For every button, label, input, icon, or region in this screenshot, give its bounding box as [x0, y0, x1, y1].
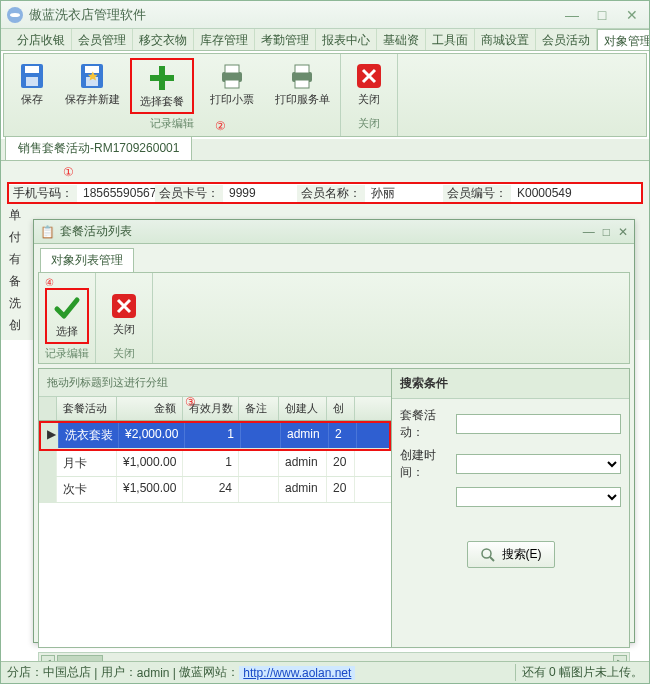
annotation-three: ③ [185, 395, 196, 410]
search-title: 搜索条件 [392, 369, 629, 399]
save-new-button[interactable]: 保存并新建 [60, 58, 124, 114]
search-panel: 搜索条件 套餐活动： 创建时间： 搜索(E) [392, 368, 630, 648]
svg-line-18 [490, 557, 494, 561]
floppy-icon [16, 60, 48, 92]
plus-icon [146, 62, 178, 94]
search-date-to[interactable] [456, 487, 621, 507]
printer-icon [216, 60, 248, 92]
search-icon [480, 547, 496, 563]
name-label: 会员名称： [297, 185, 365, 202]
floppy-star-icon [76, 60, 108, 92]
grid-col-4[interactable]: 创建人 [279, 397, 327, 420]
popup-close-label: 关闭 [113, 322, 135, 337]
popup-group-close-label: 关闭 [102, 346, 146, 361]
menu-item-7[interactable]: 工具面 [426, 29, 475, 50]
document-tabs: 销售套餐活动-RM1709260001 [1, 139, 649, 161]
grid-header: 套餐活动金额有效月数备注创建人创 [39, 397, 391, 421]
ribbon-group-label: 关闭 [347, 116, 391, 131]
popup-group-edit-label: 记录编辑 [45, 346, 89, 361]
svg-rect-4 [85, 66, 99, 73]
status-site-label: 傲蓝网站： [179, 664, 239, 681]
grid-group-hint: 拖动列标题到这进行分组 [39, 369, 391, 397]
no-label: 会员编号： [443, 185, 511, 202]
annotation-one: ① [63, 165, 643, 180]
popup-minimize-icon[interactable]: — [583, 225, 595, 239]
popup-icon: 📋 [40, 225, 54, 239]
svg-rect-11 [225, 80, 239, 88]
grid-row-selector-header [39, 397, 57, 420]
status-branch: 中国总店 [43, 664, 91, 681]
menu-item-10[interactable]: 对象管理 [597, 29, 650, 50]
popup-tab[interactable]: 对象列表管理 [40, 248, 134, 272]
member-highlight-row: 手机号码： 18565590567 会员卡号： 9999 会员名称： 孙丽 会员… [7, 182, 643, 204]
svg-rect-1 [25, 66, 39, 73]
ribbon: 保存保存并新建选择套餐打印小票打印服务单记录编辑②关闭关闭 [3, 53, 647, 137]
status-branch-label: 分店： [7, 664, 43, 681]
status-user-label: 用户： [101, 664, 137, 681]
app-logo-icon [7, 7, 23, 23]
status-user: admin [137, 666, 170, 680]
grid-col-5[interactable]: 创 [327, 397, 355, 420]
menu-item-0[interactable]: 分店收银 [11, 29, 72, 50]
select-package-button[interactable]: 选择套餐 [130, 58, 194, 114]
table-row[interactable]: 月卡¥1,000.001admin20 [39, 451, 391, 477]
table-row[interactable]: 次卡¥1,500.0024admin20 [39, 477, 391, 503]
minimize-icon[interactable]: — [561, 7, 583, 23]
menu-item-3[interactable]: 库存管理 [194, 29, 255, 50]
close-button[interactable]: 关闭 [347, 58, 391, 114]
annotation-four: ④ [45, 277, 89, 288]
document-tab[interactable]: 销售套餐活动-RM1709260001 [5, 136, 192, 160]
titlebar: 傲蓝洗衣店管理软件 — □ ✕ [1, 1, 649, 29]
popup-maximize-icon[interactable]: □ [603, 225, 610, 239]
maximize-icon[interactable]: □ [591, 7, 613, 23]
close-red-icon [353, 60, 385, 92]
status-right: 还有 0 幅图片未上传。 [515, 664, 643, 681]
svg-rect-8 [150, 75, 174, 81]
svg-rect-14 [295, 80, 309, 88]
window-title: 傲蓝洗衣店管理软件 [29, 6, 561, 24]
printer-icon [286, 60, 318, 92]
popup-close-button[interactable]: 关闭 [102, 288, 146, 344]
selected-row-highlight: ▶洗衣套装¥2,000.001admin2 [39, 421, 391, 451]
menu-item-1[interactable]: 会员管理 [72, 29, 133, 50]
save-button[interactable]: 保存 [10, 58, 54, 114]
print-service-button[interactable]: 打印服务单 [270, 58, 334, 114]
check-icon [51, 292, 83, 324]
card-label: 会员卡号： [155, 185, 223, 202]
grid-col-0[interactable]: 套餐活动 [57, 397, 117, 420]
statusbar: 分店： 中国总店 | 用户： admin | 傲蓝网站： http://www.… [1, 661, 649, 683]
search-activity-input[interactable] [456, 414, 621, 434]
table-row[interactable]: ▶洗衣套装¥2,000.001admin2 [41, 423, 389, 449]
popup-title: 套餐活动列表 [60, 223, 583, 240]
close-red-icon [108, 290, 140, 322]
menu-item-9[interactable]: 会员活动 [536, 29, 597, 50]
popup-select-button[interactable]: 选择 [45, 288, 89, 344]
menu-item-4[interactable]: 考勤管理 [255, 29, 316, 50]
svg-rect-10 [225, 65, 239, 73]
grid-col-3[interactable]: 备注 [239, 397, 279, 420]
status-site-link[interactable]: http://www.aolan.net [239, 666, 355, 680]
close-icon[interactable]: ✕ [621, 7, 643, 23]
grid-col-1[interactable]: 金额 [117, 397, 183, 420]
name-value: 孙丽 [365, 185, 443, 202]
search-activity-label: 套餐活动： [400, 407, 456, 441]
print-ticket-button[interactable]: 打印小票 [200, 58, 264, 114]
svg-rect-2 [26, 77, 38, 86]
menu-item-8[interactable]: 商城设置 [475, 29, 536, 50]
card-value[interactable]: 9999 [223, 186, 297, 200]
popup-close-icon[interactable]: ✕ [618, 225, 628, 239]
search-button-label: 搜索(E) [502, 546, 542, 563]
popup-window: 📋 套餐活动列表 — □ ✕ 对象列表管理 ④ 选择 记录编辑 关闭 [33, 219, 635, 643]
menu-item-2[interactable]: 移交衣物 [133, 29, 194, 50]
svg-point-17 [482, 549, 491, 558]
menubar: 分店收银会员管理移交衣物库存管理考勤管理报表中心基础资工具面商城设置会员活动对象… [1, 29, 649, 51]
menu-item-5[interactable]: 报表中心 [316, 29, 377, 50]
search-button[interactable]: 搜索(E) [467, 541, 555, 568]
phone-label: 手机号码： [9, 185, 77, 202]
search-date-from[interactable] [456, 454, 621, 474]
search-date-label: 创建时间： [400, 447, 456, 481]
popup-select-label: 选择 [56, 324, 78, 339]
phone-value[interactable]: 18565590567 [77, 186, 155, 200]
menu-item-6[interactable]: 基础资 [377, 29, 426, 50]
annotation-two: ② [106, 119, 334, 134]
